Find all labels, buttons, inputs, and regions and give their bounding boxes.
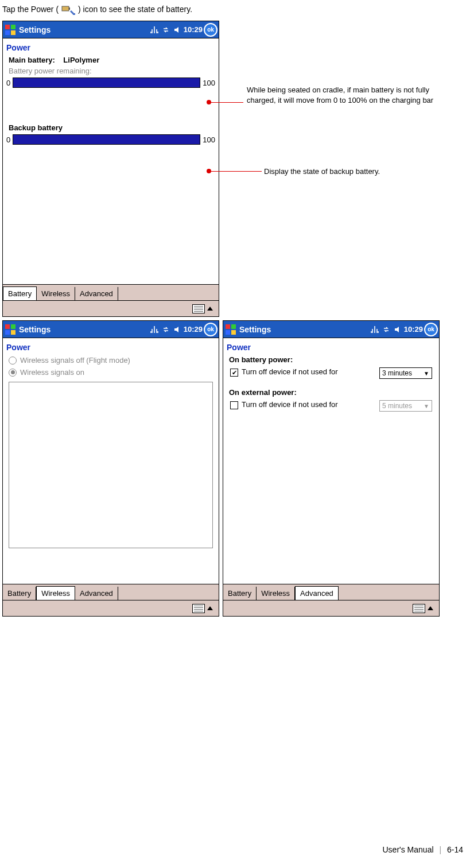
footer-page: 6-14	[447, 845, 463, 854]
title-text: Settings	[19, 325, 150, 334]
clock: 10:29	[404, 325, 423, 334]
tab-advanced[interactable]: Advanced	[295, 586, 339, 600]
keyboard-icon[interactable]	[413, 604, 425, 613]
checkbox-external[interactable]	[230, 401, 238, 409]
ok-button[interactable]: ok	[204, 323, 217, 336]
title-text: Settings	[19, 25, 150, 34]
screenshot-advanced: Settings 10:29 ok Power On battery power…	[223, 320, 440, 617]
radio-flight-label: Wireless signals off (Flight mode)	[20, 356, 130, 365]
main-battery-bar	[13, 78, 200, 88]
bottom-bar	[223, 600, 439, 616]
signal-icon	[150, 326, 158, 334]
opt-battery-label: Turn off device if not used for	[242, 367, 338, 377]
select-battery-timeout[interactable]: 3 minutes ▼	[379, 367, 432, 379]
svg-rect-3	[5, 25, 10, 29]
wireless-listbox[interactable]	[9, 382, 213, 548]
power-icon	[60, 2, 77, 16]
clock: 10:29	[184, 25, 203, 34]
svg-rect-8	[11, 324, 15, 329]
sip-up-icon[interactable]	[207, 307, 213, 311]
backup-bar-min: 0	[6, 135, 10, 144]
svg-rect-1	[69, 7, 70, 10]
radio-wireless-on[interactable]: Wireless signals on	[6, 366, 215, 378]
speaker-icon	[394, 326, 402, 334]
bar-max: 100	[203, 79, 215, 87]
svg-rect-4	[11, 25, 15, 29]
select-battery-value: 3 minutes	[382, 369, 412, 377]
tabs: Battery Wireless Advanced	[3, 284, 219, 300]
titlebar: Settings 10:29 ok	[223, 321, 439, 338]
callout-backup: Display the state of backup battery.	[264, 166, 459, 177]
checkbox-battery[interactable]: ✔	[230, 369, 238, 377]
svg-rect-14	[231, 330, 236, 335]
sync-icon	[382, 326, 390, 334]
keyboard-icon[interactable]	[192, 604, 205, 613]
bar-min: 0	[6, 79, 10, 87]
speaker-icon	[173, 326, 181, 334]
title-text: Settings	[239, 325, 371, 334]
remaining-label: Battery power remaining:	[6, 65, 215, 76]
clock: 10:29	[184, 325, 203, 334]
tab-battery[interactable]: Battery	[3, 587, 36, 600]
signal-icon	[371, 326, 379, 334]
svg-rect-6	[11, 30, 15, 35]
svg-rect-0	[62, 6, 69, 11]
backup-bar-max: 100	[203, 135, 215, 144]
start-icon[interactable]	[224, 323, 237, 336]
intro-line: Tap the Power ( ) icon to see the state …	[2, 2, 465, 16]
status-icons	[150, 326, 181, 334]
tab-wireless[interactable]: Wireless	[257, 587, 295, 600]
tab-advanced[interactable]: Advanced	[75, 287, 118, 300]
tabs: Battery Wireless Advanced	[223, 584, 439, 600]
sip-up-icon[interactable]	[207, 606, 213, 610]
intro-post: ) icon to see the state of battery.	[78, 5, 192, 14]
select-external-timeout[interactable]: 5 minutes ▼	[379, 400, 432, 412]
chevron-down-icon: ▼	[424, 370, 429, 377]
start-icon[interactable]	[4, 323, 17, 336]
ok-button[interactable]: ok	[424, 323, 438, 336]
speaker-icon	[173, 26, 181, 34]
on-battery-heading: On battery power:	[227, 354, 436, 365]
chevron-down-icon: ▼	[424, 403, 429, 409]
status-icons	[371, 326, 402, 334]
start-icon[interactable]	[4, 24, 17, 36]
signal-icon	[150, 26, 158, 34]
main-battery-type: LiPolymer	[63, 56, 99, 64]
svg-rect-13	[226, 330, 230, 335]
titlebar: Settings 10:29 ok	[3, 21, 219, 38]
svg-rect-12	[231, 324, 236, 329]
sync-icon	[162, 26, 170, 34]
tab-advanced[interactable]: Advanced	[75, 587, 118, 600]
select-external-value: 5 minutes	[382, 402, 412, 410]
sip-up-icon[interactable]	[428, 606, 433, 610]
main-battery-label: Main battery:	[9, 56, 55, 64]
svg-rect-10	[11, 330, 15, 335]
radio-on-label: Wireless signals on	[20, 368, 84, 377]
section-title: Power	[3, 38, 219, 55]
tab-wireless[interactable]: Wireless	[36, 586, 75, 600]
opt-external-label: Turn off device if not used for	[242, 400, 338, 409]
screenshot-battery: Settings 10:29 ok Power Main battery: Li…	[2, 21, 219, 317]
svg-rect-2	[73, 13, 75, 15]
svg-rect-9	[5, 330, 10, 335]
intro-pre: Tap the Power (	[2, 5, 59, 14]
svg-rect-5	[5, 30, 10, 35]
page-footer: User's Manual | 6-14	[383, 845, 464, 854]
section-title: Power	[3, 338, 219, 354]
bottom-bar	[3, 300, 219, 316]
status-icons	[150, 26, 181, 34]
backup-battery-label: Backup battery	[6, 122, 215, 133]
on-external-heading: On external power:	[227, 387, 436, 398]
tab-battery[interactable]: Battery	[3, 286, 37, 300]
svg-rect-7	[5, 324, 10, 329]
screenshot-wireless: Settings 10:29 ok Power Wireless signals…	[2, 320, 219, 617]
footer-book: User's Manual	[383, 845, 434, 854]
radio-flight-mode[interactable]: Wireless signals off (Flight mode)	[6, 354, 215, 366]
svg-rect-11	[226, 324, 230, 329]
callout-main: While being seated on cradle, if main ba…	[247, 85, 442, 106]
tabs: Battery Wireless Advanced	[3, 584, 219, 600]
tab-battery[interactable]: Battery	[223, 587, 257, 600]
keyboard-icon[interactable]	[192, 304, 205, 313]
tab-wireless[interactable]: Wireless	[37, 287, 75, 300]
ok-button[interactable]: ok	[204, 23, 217, 37]
